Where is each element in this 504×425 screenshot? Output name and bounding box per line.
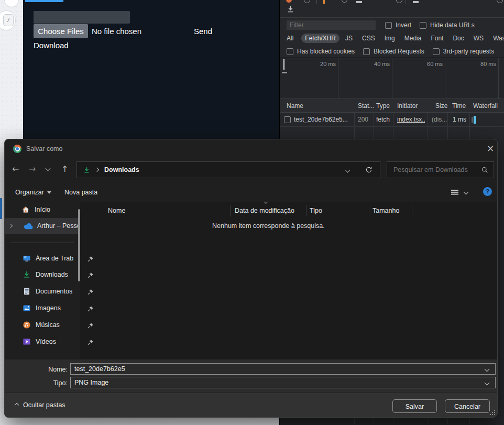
gear-icon[interactable]: [396, 0, 402, 3]
sidebar-separator: [11, 243, 74, 243]
sidebar-item-documents[interactable]: Documentos: [23, 287, 79, 296]
timeline-handle[interactable]: [282, 72, 287, 73]
chip-all[interactable]: All: [287, 34, 297, 43]
sidebar-item-home[interactable]: Início: [21, 205, 50, 214]
help-icon[interactable]: ?: [483, 187, 492, 196]
view-list-icon[interactable]: [450, 188, 459, 196]
hide-folders-button[interactable]: Ocultar pastas: [15, 401, 65, 409]
dialog-titlebar[interactable]: Salvar como ×: [5, 139, 497, 158]
column-header-name[interactable]: Name: [287, 99, 303, 113]
address-dropdown-chevron[interactable]: [345, 167, 350, 172]
organize-label: Organizar: [15, 189, 44, 196]
has-blocked-cookies-checkbox[interactable]: [287, 48, 293, 55]
column-header-tipo[interactable]: Tipo: [310, 207, 322, 214]
sidebar-item-music[interactable]: Músicas: [23, 321, 79, 329]
clear-icon[interactable]: [304, 0, 310, 3]
resize-grip[interactable]: [490, 414, 491, 415]
third-party-checkbox[interactable]: [433, 48, 440, 55]
column-header-tamanho[interactable]: Tamanho: [372, 207, 399, 214]
header-divider: [230, 205, 231, 216]
organize-button[interactable]: Organizar: [15, 189, 51, 196]
request-checkbox[interactable]: [284, 116, 291, 123]
filename-input[interactable]: [71, 365, 485, 373]
column-header-initiator[interactable]: Initiator: [397, 99, 418, 113]
send-button[interactable]: Send: [194, 27, 212, 36]
address-bar[interactable]: Downloads: [76, 161, 380, 178]
blue-edge-indicator: [0, 198, 2, 219]
table-header-row: Name Stat... Type Initiator Size Time Wa…: [280, 99, 504, 113]
up-button[interactable]: ↑: [61, 164, 68, 174]
shortcut-pill[interactable]: /: [0, 10, 16, 30]
hide-data-urls-checkbox[interactable]: [420, 22, 426, 29]
devtools-separator: [280, 17, 504, 18]
refresh-icon[interactable]: [365, 166, 372, 173]
filename-dropdown-chevron[interactable]: [485, 366, 490, 372]
column-header-type[interactable]: Type: [376, 99, 390, 113]
column-header-waterfall[interactable]: Waterfall: [473, 99, 498, 113]
timeline-tick: 60 ms: [414, 61, 443, 67]
filetype-select[interactable]: PNG Image: [70, 377, 496, 388]
invert-checkbox[interactable]: [385, 22, 392, 29]
request-initiator-link[interactable]: index.tsx...: [397, 113, 425, 126]
back-button[interactable]: ←: [12, 164, 19, 174]
column-header-nome[interactable]: Nome: [108, 207, 125, 214]
waterfall-bar-cyan: [474, 116, 476, 124]
sidebar-scrollbar[interactable]: [78, 209, 80, 281]
timeline-tick: 20 ms: [307, 61, 336, 67]
chip-media[interactable]: Media: [401, 34, 425, 43]
column-header-status[interactable]: Stat...: [358, 99, 374, 113]
timeline-tick: 40 ms: [361, 61, 390, 67]
hide-data-urls-label: Hide data URLs: [430, 21, 475, 29]
cancel-button[interactable]: Cancelar: [445, 399, 490, 413]
column-header-data[interactable]: Data de modificação: [235, 207, 294, 214]
text-input[interactable]: [34, 11, 130, 24]
breadcrumb-location[interactable]: Downloads: [104, 166, 139, 173]
pin-icon: [87, 256, 94, 264]
search-magnifier-icon[interactable]: [481, 167, 488, 173]
network-timeline[interactable]: 20 ms 40 ms 60 ms 80 ms: [280, 58, 504, 99]
blocked-requests-checkbox[interactable]: [363, 48, 370, 55]
chip-wasm[interactable]: Wasm: [489, 34, 504, 43]
chip-img[interactable]: Img: [381, 34, 399, 43]
download-link[interactable]: Download: [34, 41, 69, 50]
network-filter-input[interactable]: [287, 20, 376, 30]
pin-icon: [87, 289, 94, 297]
sidebar-item-pictures[interactable]: Imagens: [23, 304, 79, 312]
save-button[interactable]: Salvar: [392, 399, 437, 413]
sidebar-item-downloads[interactable]: Downloads: [23, 270, 79, 279]
new-folder-button[interactable]: Nova pasta: [64, 189, 97, 196]
settings-gear-icon[interactable]: [497, 0, 503, 3]
recent-locations-chevron[interactable]: [46, 166, 51, 171]
filter-funnel-icon[interactable]: [323, 0, 325, 4]
sidebar-item-videos[interactable]: Vídeos: [23, 337, 79, 346]
chip-css[interactable]: CSS: [358, 34, 379, 43]
filetype-dropdown-chevron[interactable]: [485, 380, 490, 385]
toolbar-icon[interactable]: [413, 1, 419, 3]
view-dropdown-chevron[interactable]: [464, 190, 469, 195]
record-icon[interactable]: [286, 0, 292, 3]
webpage-panel: Choose Files No file chosen Send Downloa…: [23, 0, 279, 139]
chip-ws[interactable]: WS: [470, 34, 487, 43]
documents-icon: [23, 287, 31, 296]
request-row[interactable]: test_20de7b62e5... 200 fetch index.tsx..…: [280, 113, 504, 127]
search-input[interactable]: [392, 166, 473, 174]
filename-field[interactable]: [70, 363, 496, 375]
close-icon[interactable]: ×: [487, 143, 494, 154]
import-har-icon[interactable]: [286, 5, 295, 15]
chip-doc[interactable]: Doc: [449, 34, 467, 43]
forward-button[interactable]: →: [29, 164, 36, 174]
chip-font[interactable]: Font: [427, 34, 447, 43]
column-header-size[interactable]: Size: [435, 99, 447, 113]
search-icon[interactable]: [342, 0, 347, 3]
chip-fetch-xhr[interactable]: Fetch/XHR: [301, 34, 339, 43]
pin-icon: [87, 322, 94, 330]
chip-js[interactable]: JS: [342, 34, 356, 43]
has-blocked-cookies-label: Has blocked cookies: [297, 48, 355, 55]
search-box[interactable]: [387, 161, 494, 178]
sidebar-item-onedrive[interactable]: Arthur – Pessoal: [5, 218, 80, 234]
toolbar-icon[interactable]: [356, 1, 362, 3]
sidebar-item-desktop[interactable]: Área de Trab: [23, 254, 79, 263]
choose-files-button[interactable]: Choose Files: [34, 24, 88, 38]
expand-chevron-icon[interactable]: [8, 224, 13, 228]
column-header-time[interactable]: Time: [452, 99, 466, 113]
